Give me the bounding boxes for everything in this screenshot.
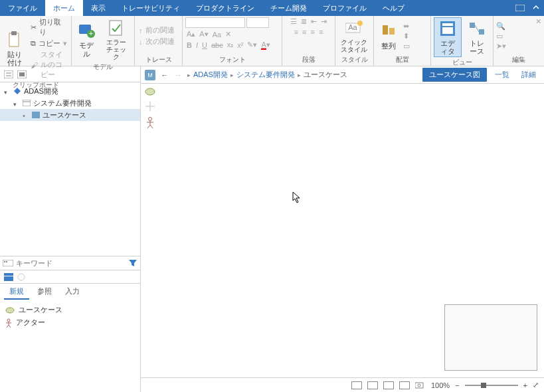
svg-rect-14 [442, 27, 453, 34]
ribbon-group-paragraph: ☰ ≣ ⇤ ⇥ ≡ ≡ ≡ ≡ 段落 [282, 16, 335, 66]
font-size-combo[interactable] [246, 17, 269, 28]
nav-back-button[interactable]: ← [159, 71, 169, 79]
palette-panel: ユースケース アクター [0, 300, 140, 392]
underline-button[interactable]: U [202, 41, 207, 49]
zoom-slider[interactable] [465, 385, 518, 386]
highlight-button[interactable]: ✎▾ [247, 41, 257, 49]
model-chip-icon[interactable]: M [145, 70, 155, 80]
numbering-icon[interactable]: ≣ [301, 17, 307, 26]
diamond-icon [13, 87, 21, 95]
palette-usecase[interactable]: ユースケース [5, 304, 135, 316]
diagram-type-button[interactable]: ユースケース図 [422, 68, 487, 82]
status-bar: 100% − + ⤢ [141, 377, 544, 392]
bold-button[interactable]: B [187, 41, 192, 49]
menu-tab-home[interactable]: ホーム [45, 0, 83, 16]
tree-node-child1[interactable]: システム要件開発 [0, 97, 140, 109]
strike-button[interactable]: abc [211, 41, 223, 49]
menu-tab-productline[interactable]: プロダクトライン [188, 0, 262, 16]
palette-actor[interactable]: アクター [5, 316, 135, 329]
menu-bar: ファイル ホーム 表示 トレーサビリティ プロダクトライン チーム開発 プロファ… [0, 0, 544, 16]
find-icon[interactable]: 🔍 [496, 22, 532, 31]
paste-button[interactable]: 貼り付け [3, 29, 27, 68]
minimap[interactable] [444, 304, 537, 371]
zoom-out-button[interactable]: − [455, 381, 459, 389]
tree-node-root[interactable]: ADAS開発 [0, 85, 140, 97]
tool-actor-icon[interactable] [146, 117, 154, 129]
error-check-button[interactable]: エラーチェック [101, 17, 132, 62]
tool-usecase-icon[interactable] [145, 88, 155, 96]
side-tab-ref[interactable]: 参照 [32, 284, 57, 300]
svg-rect-30 [4, 276, 13, 281]
cut-button[interactable]: ✂ 切り取り [29, 17, 68, 37]
editor-view-button[interactable]: エディタ [434, 17, 462, 57]
outdent-icon[interactable]: ⇤ [311, 17, 317, 26]
crumb-1[interactable]: システム要件開発 [236, 70, 295, 80]
superscript-button[interactable]: x² [237, 41, 243, 49]
indent-icon[interactable]: ⇥ [321, 17, 327, 26]
window-screen-icon[interactable] [512, 0, 528, 16]
svg-rect-0 [515, 5, 525, 11]
prev-relation-button[interactable]: ↑ 前の関連 [137, 25, 176, 35]
quick-style-button[interactable]: Aa クイック スタイル [338, 17, 370, 54]
align-left-icon[interactable]: ≡ [294, 28, 298, 36]
menu-tab-help[interactable]: ヘルプ [375, 0, 412, 16]
svg-rect-29 [4, 273, 13, 276]
search-input[interactable] [16, 259, 126, 267]
copy-icon: ⧉ [31, 39, 36, 48]
zoom-in-button[interactable]: + [523, 381, 527, 389]
svg-rect-18 [4, 70, 13, 78]
italic-button[interactable]: I [196, 41, 198, 49]
tree-node-child2[interactable]: ユースケース [0, 109, 140, 121]
menu-tab-file[interactable]: ファイル [0, 0, 45, 16]
svg-rect-6 [110, 21, 122, 35]
next-relation-button[interactable]: ↓ 次の関連 [137, 37, 176, 47]
align-right-icon[interactable]: ≡ [311, 28, 315, 36]
font-family-combo[interactable] [185, 17, 245, 28]
model-button[interactable]: + モデル [74, 20, 98, 58]
pointer-icon[interactable]: ➤▾ [496, 42, 532, 50]
list-view-link[interactable]: 一覧 [491, 70, 513, 80]
align-button[interactable]: 整列 [377, 21, 401, 51]
ribbon-group-clipboard: 貼り付け ✂ 切り取り ⧉ コピー▾ 🖌 スタイルのコピー クリップボード [0, 16, 72, 66]
menu-tab-profile[interactable]: プロファイル [315, 0, 375, 16]
copy-button[interactable]: ⧉ コピー▾ [29, 39, 68, 49]
detail-view-link[interactable]: 詳細 [517, 70, 540, 80]
trace-icon [468, 19, 486, 38]
close-icon[interactable]: ✕ [535, 17, 541, 26]
crumb-0[interactable]: ADAS開発 [193, 70, 228, 80]
increase-font-icon[interactable]: A▴ [187, 30, 195, 39]
tool-cross-icon[interactable] [145, 101, 155, 112]
align-center-icon[interactable]: ≡ [302, 28, 306, 36]
project-tree[interactable]: ADAS開発 システム要件開発 ユースケース [0, 82, 140, 256]
diagram-canvas[interactable]: 100% − + ⤢ [141, 84, 544, 392]
layout-icon-3[interactable] [383, 381, 394, 389]
layout-icon-4[interactable] [399, 381, 410, 389]
crumb-2[interactable]: ユースケース [304, 70, 347, 80]
select-icon[interactable]: ▭ [496, 32, 532, 41]
clear-format-icon[interactable]: ✕ [225, 30, 231, 39]
panel-icon-2[interactable] [17, 273, 25, 281]
svg-point-38 [145, 88, 155, 95]
side-tab-new[interactable]: 新規 [4, 284, 29, 300]
fit-icon[interactable]: ⤢ [533, 381, 539, 389]
case-icon[interactable]: Aa [213, 31, 221, 39]
trace-view-button[interactable]: トレース [464, 18, 491, 56]
layout-icon-1[interactable] [351, 381, 362, 389]
menu-tab-team[interactable]: チーム開発 [262, 0, 315, 16]
zoom-camera-icon[interactable] [415, 381, 426, 389]
menu-tab-traceability[interactable]: トレーサビリティ [114, 0, 188, 16]
decrease-font-icon[interactable]: A▾ [199, 30, 208, 39]
panel-icon-1[interactable] [4, 273, 13, 281]
ribbon-collapse-icon[interactable] [528, 0, 544, 16]
subscript-button[interactable]: x₂ [227, 41, 234, 49]
bullets-icon[interactable]: ☰ [290, 17, 297, 26]
filter-icon[interactable] [128, 259, 137, 267]
menu-tab-view[interactable]: 表示 [83, 0, 114, 16]
tree-tool-1-icon[interactable] [4, 70, 13, 78]
tree-tool-2-icon[interactable] [17, 70, 27, 78]
side-tab-input[interactable]: 入力 [60, 284, 85, 300]
layout-icon-2[interactable] [367, 381, 378, 389]
svg-rect-10 [383, 25, 388, 35]
font-color-button[interactable]: A▾ [261, 41, 270, 49]
justify-icon[interactable]: ≡ [319, 28, 323, 36]
